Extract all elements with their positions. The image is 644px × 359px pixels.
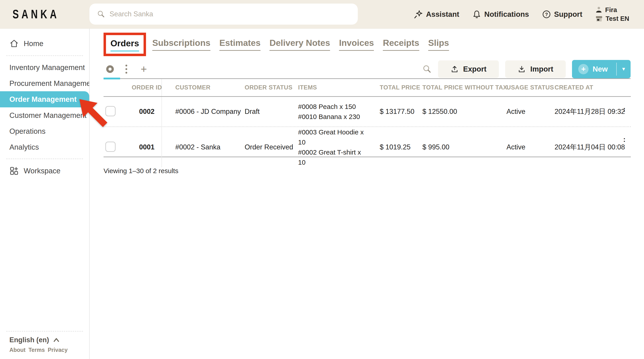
caret-down-icon: ▼ [621,66,626,72]
annotation-highlight-box: Orders [104,33,146,56]
col-created-at: CREATED AT [541,84,608,91]
row-checkbox[interactable] [105,142,116,152]
items: #0008 Peach x 150 #0010 Banana x 230 [285,102,366,122]
total-price-without-tax: $ 12550.00 [410,108,493,116]
tab-subscriptions[interactable]: Subscriptions [152,38,210,51]
assistant-label: Assistant [426,10,459,18]
sidebar-item-analytics[interactable]: Analytics [0,139,89,155]
tab-estimates[interactable]: Estimates [219,38,260,51]
sidebar-divider [6,331,83,332]
tab-orders[interactable]: Orders [110,38,139,52]
tab-invoices[interactable]: Invoices [339,38,374,51]
bell-icon [472,10,481,19]
assistant-button[interactable]: Assistant [414,10,459,19]
workspace-icon [10,166,19,176]
sidebar-item-operations[interactable]: Operations [0,123,89,139]
sidebar-item-workspace[interactable]: Workspace [0,162,89,179]
sidebar-item-label: Home [24,39,44,48]
add-view-button[interactable]: + [141,64,147,74]
question-icon: ? [542,10,551,19]
item-line: #0003 Great Hoodie x 10 [298,127,366,147]
tab-receipts[interactable]: Receipts [383,38,419,51]
sidebar-item-label: Customer Management [10,111,86,120]
sidebar-item-label: Procurement Management [10,79,89,88]
sidebar-item-procurement-management[interactable]: Procurement Management [0,76,89,91]
sidebar-item-label: Workspace [24,167,60,175]
export-button[interactable]: Export [438,60,499,78]
plus-icon: + [578,64,588,74]
chevron-up-icon [53,338,60,342]
sidebar: Home Inventory Management Procurement Ma… [0,29,90,359]
about-link[interactable]: About [10,347,26,353]
sidebar-item-label: Inventory Management [10,63,85,72]
main-content: Orders Subscriptions Estimates Delivery … [90,29,644,359]
privacy-link[interactable]: Privacy [48,347,68,353]
import-icon [518,65,526,73]
col-items: ITEMS [285,84,366,91]
order-id: 0001 [139,143,154,151]
total-price: $ 1019.25 [366,143,410,151]
col-customer: CUSTOMER [162,84,231,91]
usage-status: Active [493,143,541,151]
table-row[interactable]: 0001 #0002 - Sanka Order Received #0003 … [104,127,631,157]
search-icon [97,10,105,18]
import-button[interactable]: Import [505,60,566,78]
sidebar-item-order-management[interactable]: Order Management [0,91,89,107]
view-options-kebab-icon[interactable] [124,63,128,75]
svg-text:?: ? [545,12,548,17]
support-button[interactable]: ? Support [542,10,582,19]
item-line: #0008 Peach x 150 [298,102,366,112]
new-button[interactable]: + New [572,64,616,74]
tab-delivery-notes[interactable]: Delivery Notes [270,38,330,51]
sidebar-item-inventory-management[interactable]: Inventory Management [0,60,89,76]
orders-table: ORDER ID CUSTOMER ORDER STATUS ITEMS TOT… [104,79,631,157]
search-input[interactable] [110,10,311,18]
clipped-next-column: : [623,105,626,114]
results-summary: Viewing 1–30 of 2 results [104,167,630,175]
sidebar-item-home[interactable]: Home [0,35,89,52]
sidebar-item-label: Analytics [10,143,39,152]
table-search-icon[interactable] [422,64,432,74]
total-price: $ 13177.50 [366,108,410,116]
sanka-logo[interactable]: SANKA [12,7,59,21]
sidebar-divider [6,56,83,56]
user-menu[interactable]: Fira Test EN [595,6,629,22]
import-label: Import [530,65,553,73]
language-label: English (en) [10,336,49,344]
global-search[interactable] [90,4,358,24]
col-order-id: ORDER ID [132,84,162,91]
customer: #0002 - Sanka [162,143,231,151]
order-status: Order Received [231,143,285,151]
created-at: 2024年11月04日 00:08 [541,142,608,152]
table-header-row: ORDER ID CUSTOMER ORDER STATUS ITEMS TOT… [104,79,631,97]
notifications-label: Notifications [484,10,529,18]
item-line: #0002 Great T-shirt x 10 [298,147,366,167]
col-order-status: ORDER STATUS [231,84,285,91]
list-toolbar: + Export Import [104,60,630,79]
created-at: 2024年11月28日 09:32 [541,107,608,116]
row-checkbox[interactable] [105,106,116,116]
table-row[interactable]: 0002 #0006 - JD Company Draft #0008 Peac… [104,97,631,127]
tab-slips[interactable]: Slips [428,38,449,51]
store-icon [595,15,603,22]
notifications-button[interactable]: Notifications [472,10,529,19]
col-total-price: TOTAL PRICE [366,84,410,91]
view-tab-icon[interactable] [106,65,114,73]
topbar: SANKA Assistant Notifications ? [0,0,644,29]
topbar-actions: Assistant Notifications ? Support Fira [414,0,629,29]
legal-links: About Terms Privacy [0,347,89,353]
terms-link[interactable]: Terms [28,347,45,353]
export-label: Export [463,65,486,73]
workspace-name: Test EN [606,15,629,22]
new-dropdown-button[interactable]: ▼ [617,66,630,72]
sidebar-divider [6,158,83,159]
new-button-group: + New ▼ [572,60,630,78]
usage-status: Active [493,108,541,116]
language-selector[interactable]: English (en) [0,336,89,344]
total-price-without-tax: $ 995.00 [410,143,493,151]
item-line: #0010 Banana x 230 [298,112,366,122]
active-view-indicator [104,78,120,80]
export-icon [450,65,459,73]
new-label: New [592,65,608,73]
sidebar-item-customer-management[interactable]: Customer Management [0,107,89,123]
